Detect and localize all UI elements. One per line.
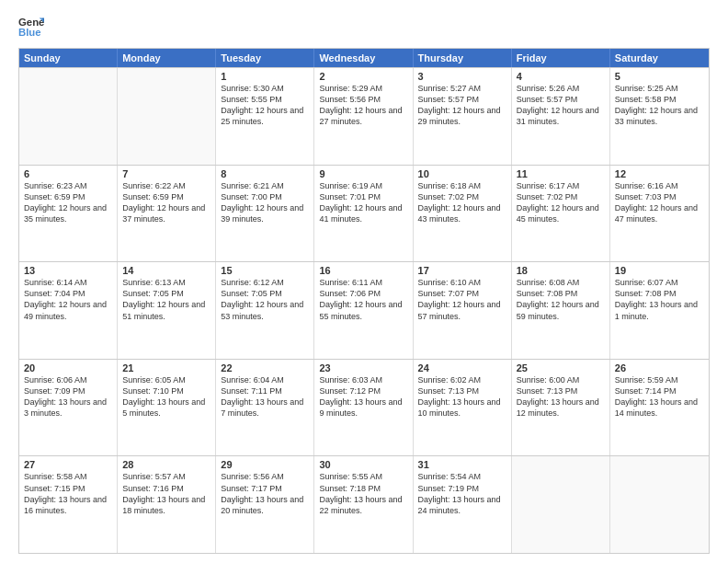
calendar-cell: 16Sunrise: 6:11 AMSunset: 7:06 PMDayligh… <box>314 262 413 359</box>
day-info: Sunrise: 5:54 AMSunset: 7:19 PMDaylight:… <box>418 471 506 516</box>
page-header: General Blue <box>18 15 710 40</box>
day-number: 4 <box>517 71 605 82</box>
day-number: 8 <box>221 168 309 179</box>
header-day-wednesday: Wednesday <box>314 49 413 67</box>
day-number: 28 <box>122 459 210 470</box>
calendar-cell <box>118 68 216 165</box>
day-number: 12 <box>615 168 704 179</box>
calendar-week-3: 13Sunrise: 6:14 AMSunset: 7:04 PMDayligh… <box>19 261 709 359</box>
calendar-cell: 7Sunrise: 6:22 AMSunset: 6:59 PMDaylight… <box>118 166 216 262</box>
day-number: 10 <box>418 168 506 179</box>
calendar-week-2: 6Sunrise: 6:23 AMSunset: 6:59 PMDaylight… <box>19 165 709 262</box>
day-info: Sunrise: 5:27 AMSunset: 5:57 PMDaylight:… <box>418 83 506 128</box>
calendar-cell: 9Sunrise: 6:19 AMSunset: 7:01 PMDaylight… <box>314 166 413 262</box>
day-number: 21 <box>122 362 210 373</box>
header-day-tuesday: Tuesday <box>216 49 314 67</box>
calendar-cell <box>512 456 610 553</box>
calendar-header: SundayMondayTuesdayWednesdayThursdayFrid… <box>19 49 709 67</box>
header-day-saturday: Saturday <box>610 49 709 67</box>
calendar-cell: 2Sunrise: 5:29 AMSunset: 5:56 PMDaylight… <box>314 68 413 165</box>
calendar-cell: 18Sunrise: 6:08 AMSunset: 7:08 PMDayligh… <box>512 262 610 359</box>
day-info: Sunrise: 6:11 AMSunset: 7:06 PMDaylight:… <box>319 277 407 322</box>
calendar-cell: 4Sunrise: 5:26 AMSunset: 5:57 PMDaylight… <box>512 68 610 165</box>
header-day-thursday: Thursday <box>414 49 512 67</box>
calendar-cell: 25Sunrise: 6:00 AMSunset: 7:13 PMDayligh… <box>512 360 610 456</box>
day-number: 22 <box>221 362 309 373</box>
calendar-cell: 26Sunrise: 5:59 AMSunset: 7:14 PMDayligh… <box>610 360 709 456</box>
day-number: 29 <box>221 459 309 470</box>
day-info: Sunrise: 6:22 AMSunset: 6:59 PMDaylight:… <box>122 180 210 225</box>
day-info: Sunrise: 6:16 AMSunset: 7:03 PMDaylight:… <box>615 180 704 225</box>
calendar-cell <box>610 456 709 553</box>
calendar-cell: 10Sunrise: 6:18 AMSunset: 7:02 PMDayligh… <box>414 166 512 262</box>
calendar-cell: 12Sunrise: 6:16 AMSunset: 7:03 PMDayligh… <box>610 166 709 262</box>
calendar-cell: 23Sunrise: 6:03 AMSunset: 7:12 PMDayligh… <box>314 360 413 456</box>
day-info: Sunrise: 6:12 AMSunset: 7:05 PMDaylight:… <box>221 277 309 322</box>
calendar-week-5: 27Sunrise: 5:58 AMSunset: 7:15 PMDayligh… <box>19 455 709 553</box>
calendar-week-4: 20Sunrise: 6:06 AMSunset: 7:09 PMDayligh… <box>19 359 709 456</box>
calendar-cell: 29Sunrise: 5:56 AMSunset: 7:17 PMDayligh… <box>216 456 314 553</box>
day-info: Sunrise: 6:13 AMSunset: 7:05 PMDaylight:… <box>122 277 210 322</box>
header-day-monday: Monday <box>118 49 216 67</box>
calendar-cell: 28Sunrise: 5:57 AMSunset: 7:16 PMDayligh… <box>118 456 216 553</box>
calendar: SundayMondayTuesdayWednesdayThursdayFrid… <box>18 48 710 554</box>
calendar-cell: 21Sunrise: 6:05 AMSunset: 7:10 PMDayligh… <box>118 360 216 456</box>
day-info: Sunrise: 5:58 AMSunset: 7:15 PMDaylight:… <box>24 471 112 516</box>
day-number: 16 <box>319 265 407 276</box>
day-info: Sunrise: 6:21 AMSunset: 7:00 PMDaylight:… <box>221 180 309 225</box>
logo: General Blue <box>18 15 48 40</box>
header-day-friday: Friday <box>512 49 610 67</box>
day-number: 13 <box>24 265 112 276</box>
day-number: 19 <box>615 265 704 276</box>
day-number: 23 <box>319 362 407 373</box>
day-number: 5 <box>615 71 704 82</box>
day-info: Sunrise: 6:07 AMSunset: 7:08 PMDaylight:… <box>615 277 704 322</box>
day-info: Sunrise: 6:02 AMSunset: 7:13 PMDaylight:… <box>418 374 506 419</box>
day-number: 26 <box>615 362 704 373</box>
day-info: Sunrise: 5:56 AMSunset: 7:17 PMDaylight:… <box>221 471 309 516</box>
calendar-cell: 14Sunrise: 6:13 AMSunset: 7:05 PMDayligh… <box>118 262 216 359</box>
logo-icon: General Blue <box>18 15 44 40</box>
day-info: Sunrise: 6:05 AMSunset: 7:10 PMDaylight:… <box>122 374 210 419</box>
day-number: 30 <box>319 459 407 470</box>
day-number: 25 <box>517 362 605 373</box>
calendar-week-1: 1Sunrise: 5:30 AMSunset: 5:55 PMDaylight… <box>19 67 709 165</box>
day-info: Sunrise: 6:03 AMSunset: 7:12 PMDaylight:… <box>319 374 407 419</box>
header-day-sunday: Sunday <box>19 49 118 67</box>
day-info: Sunrise: 5:59 AMSunset: 7:14 PMDaylight:… <box>615 374 704 419</box>
calendar-cell: 24Sunrise: 6:02 AMSunset: 7:13 PMDayligh… <box>414 360 512 456</box>
day-number: 9 <box>319 168 407 179</box>
day-number: 2 <box>319 71 407 82</box>
calendar-cell: 11Sunrise: 6:17 AMSunset: 7:02 PMDayligh… <box>512 166 610 262</box>
day-info: Sunrise: 6:23 AMSunset: 6:59 PMDaylight:… <box>24 180 112 225</box>
day-info: Sunrise: 6:19 AMSunset: 7:01 PMDaylight:… <box>319 180 407 225</box>
day-info: Sunrise: 6:17 AMSunset: 7:02 PMDaylight:… <box>517 180 605 225</box>
day-info: Sunrise: 5:30 AMSunset: 5:55 PMDaylight:… <box>221 83 309 128</box>
day-number: 15 <box>221 265 309 276</box>
calendar-cell: 30Sunrise: 5:55 AMSunset: 7:18 PMDayligh… <box>314 456 413 553</box>
calendar-cell <box>19 68 118 165</box>
day-number: 31 <box>418 459 506 470</box>
day-info: Sunrise: 6:10 AMSunset: 7:07 PMDaylight:… <box>418 277 506 322</box>
day-info: Sunrise: 5:25 AMSunset: 5:58 PMDaylight:… <box>615 83 704 128</box>
calendar-cell: 17Sunrise: 6:10 AMSunset: 7:07 PMDayligh… <box>414 262 512 359</box>
day-info: Sunrise: 6:08 AMSunset: 7:08 PMDaylight:… <box>517 277 605 322</box>
calendar-cell: 27Sunrise: 5:58 AMSunset: 7:15 PMDayligh… <box>19 456 118 553</box>
calendar-cell: 5Sunrise: 5:25 AMSunset: 5:58 PMDaylight… <box>610 68 709 165</box>
day-number: 1 <box>221 71 309 82</box>
day-info: Sunrise: 5:29 AMSunset: 5:56 PMDaylight:… <box>319 83 407 128</box>
day-number: 20 <box>24 362 112 373</box>
day-info: Sunrise: 6:04 AMSunset: 7:11 PMDaylight:… <box>221 374 309 419</box>
day-info: Sunrise: 5:57 AMSunset: 7:16 PMDaylight:… <box>122 471 210 516</box>
day-number: 18 <box>517 265 605 276</box>
day-number: 3 <box>418 71 506 82</box>
day-number: 17 <box>418 265 506 276</box>
calendar-cell: 22Sunrise: 6:04 AMSunset: 7:11 PMDayligh… <box>216 360 314 456</box>
day-info: Sunrise: 5:26 AMSunset: 5:57 PMDaylight:… <box>517 83 605 128</box>
calendar-cell: 3Sunrise: 5:27 AMSunset: 5:57 PMDaylight… <box>414 68 512 165</box>
calendar-cell: 19Sunrise: 6:07 AMSunset: 7:08 PMDayligh… <box>610 262 709 359</box>
calendar-cell: 13Sunrise: 6:14 AMSunset: 7:04 PMDayligh… <box>19 262 118 359</box>
day-number: 27 <box>24 459 112 470</box>
calendar-cell: 20Sunrise: 6:06 AMSunset: 7:09 PMDayligh… <box>19 360 118 456</box>
calendar-cell: 1Sunrise: 5:30 AMSunset: 5:55 PMDaylight… <box>216 68 314 165</box>
